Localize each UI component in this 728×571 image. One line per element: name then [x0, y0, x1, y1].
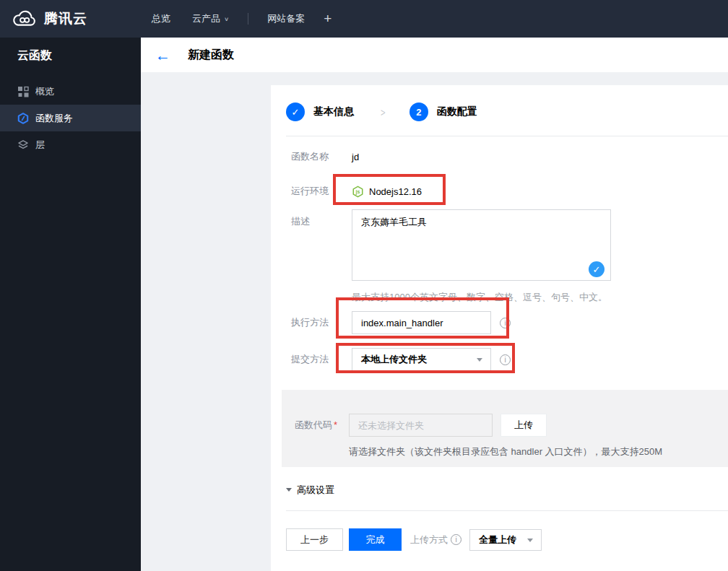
submit-method-select[interactable]: 本地上传文件夹 — [352, 348, 491, 371]
sidebar: 云函数 概览 函数服务 层 — [0, 38, 141, 571]
required-asterisk: * — [334, 419, 337, 430]
upload-button[interactable]: 上传 — [500, 414, 547, 437]
brand-name: 腾讯云 — [44, 9, 87, 28]
row-description: 描述 京东薅羊毛工具 ✓ — [291, 209, 728, 284]
submit-method-info-icon[interactable]: i — [500, 354, 511, 365]
divider — [286, 136, 728, 136]
finish-button[interactable]: 完成 — [349, 528, 402, 551]
advanced-settings-toggle[interactable]: 高级设置 — [286, 484, 728, 495]
handler-info-icon[interactable]: i — [500, 318, 511, 328]
valid-check-icon: ✓ — [589, 261, 604, 277]
nodejs-icon: js — [352, 186, 364, 198]
description-textarea[interactable]: 京东薅羊毛工具 — [352, 209, 611, 281]
create-function-card: ✓ 基本信息 > 2 函数配置 函数名称 jd 运行环境 js Nodejs12 — [271, 85, 728, 571]
description-field-wrap: 京东薅羊毛工具 ✓ — [352, 209, 611, 284]
sidebar-item-function-service[interactable]: 函数服务 — [0, 105, 141, 131]
tencent-cloud-logo[interactable]: 腾讯云 — [0, 9, 130, 28]
folder-path-input[interactable] — [349, 414, 493, 437]
step2-label: 函数配置 — [437, 105, 477, 118]
submit-method-label: 提交方法 — [291, 353, 352, 366]
function-code-panel: 函数代码* 上传 请选择文件夹（该文件夹根目录应包含 handler 入口文件）… — [282, 390, 728, 467]
layers-icon — [17, 139, 29, 151]
sidebar-item-overview[interactable]: 概览 — [0, 78, 141, 105]
row-function-name: 函数名称 jd — [291, 147, 728, 166]
sidebar-item-label: 概览 — [35, 85, 54, 98]
step1-label: 基本信息 — [313, 105, 354, 118]
upload-mode-info-icon[interactable]: i — [451, 534, 462, 545]
runtime-value: js Nodejs12.16 — [352, 186, 422, 198]
handler-label: 执行方法 — [291, 316, 352, 329]
function-name-label: 函数名称 — [291, 150, 352, 163]
sidebar-item-label: 层 — [35, 139, 45, 152]
nav-item-website-icp[interactable]: 网站备案 — [267, 12, 305, 25]
topbar: 腾讯云 总览 云产品 ∨ 网站备案 + — [0, 0, 728, 38]
grid-icon — [17, 86, 29, 97]
upload-mode-value: 全量上传 — [479, 533, 516, 546]
submit-method-value: 本地上传文件夹 — [361, 353, 427, 366]
row-handler: 执行方法 i — [291, 311, 728, 334]
dropdown-caret-icon — [477, 358, 482, 362]
cloud-logo-icon — [12, 10, 38, 28]
function-code-hint: 请选择文件夹（该文件夹根目录应包含 handler 入口文件），最大支持250M — [349, 445, 728, 458]
chevron-right-icon: > — [381, 106, 386, 118]
upload-mode-select[interactable]: 全量上传 — [469, 529, 542, 551]
step2-number: 2 — [410, 103, 428, 121]
add-tab-icon[interactable]: + — [324, 11, 332, 27]
page-header: ← 新建函数 — [141, 38, 728, 72]
row-submit-method: 提交方法 本地上传文件夹 i — [291, 348, 728, 371]
nav-item-cloud-products[interactable]: 云产品 ∨ — [192, 12, 229, 25]
step1-check-icon: ✓ — [286, 103, 305, 121]
step-indicator: ✓ 基本信息 > 2 函数配置 — [286, 103, 728, 121]
runtime-value-text: Nodejs12.16 — [369, 186, 422, 197]
previous-step-button[interactable]: 上一步 — [286, 528, 343, 551]
sidebar-item-layers[interactable]: 层 — [0, 131, 141, 158]
sidebar-title: 云函数 — [0, 38, 141, 78]
description-hint: 最大支持1000个英文字母、数字、空格、逗号、句号、中文。 — [352, 291, 728, 302]
nav-divider — [248, 13, 248, 25]
svg-text:js: js — [355, 189, 360, 195]
advanced-settings-label: 高级设置 — [297, 484, 334, 497]
function-name-value: jd — [352, 152, 359, 162]
back-arrow-icon[interactable]: ← — [155, 48, 170, 63]
upload-mode: 上传方式 i — [410, 533, 462, 546]
runtime-label: 运行环境 — [291, 185, 352, 198]
advanced-caret-icon — [286, 488, 292, 492]
row-function-code: 函数代码* 上传 — [295, 414, 728, 437]
function-code-label: 函数代码* — [295, 419, 349, 432]
divider — [286, 510, 728, 511]
scf-hexagon-icon — [17, 113, 29, 124]
description-label: 描述 — [291, 209, 352, 228]
footer-actions: 上一步 完成 上传方式 i 全量上传 — [286, 528, 728, 551]
caret-down-icon: ∨ — [224, 16, 229, 22]
page-title: 新建函数 — [188, 48, 234, 63]
upload-mode-label: 上传方式 — [410, 533, 448, 546]
handler-input[interactable] — [352, 311, 491, 334]
sidebar-item-label: 函数服务 — [35, 112, 73, 125]
main-area: ← 新建函数 ✓ 基本信息 > 2 函数配置 函数名称 jd 运行环境 — [141, 38, 728, 571]
nav-item-overview[interactable]: 总览 — [152, 12, 170, 25]
dropdown-caret-icon — [527, 539, 533, 542]
top-nav: 总览 云产品 ∨ 网站备案 + — [130, 11, 332, 27]
row-runtime: 运行环境 js Nodejs12.16 — [291, 177, 728, 206]
